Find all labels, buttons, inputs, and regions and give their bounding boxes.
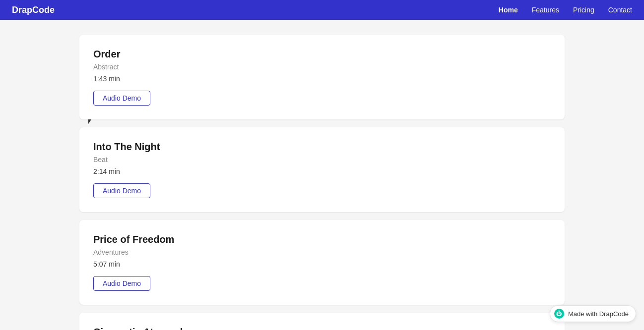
card-genre-order: Abstract: [93, 63, 551, 71]
navbar: DrapCode Home Features Pricing Contact: [0, 0, 644, 20]
nav-item-features[interactable]: Features: [532, 5, 559, 14]
nav-link-contact[interactable]: Contact: [608, 6, 632, 14]
card-genre-into-the-night: Beat: [93, 156, 551, 164]
card-order: Order Abstract 1:43 min Audio Demo: [79, 35, 565, 119]
made-with-badge[interactable]: ⏻ Made with DrapCode: [550, 305, 636, 322]
badge-label: Made with DrapCode: [568, 310, 629, 318]
nav-link-pricing[interactable]: Pricing: [573, 6, 594, 14]
card-title-price-of-freedom: Price of Freedom: [93, 234, 551, 245]
card-duration-order: 1:43 min: [93, 75, 551, 83]
card-title-into-the-night: Into The Night: [93, 141, 551, 153]
brand-logo: DrapCode: [12, 5, 499, 15]
nav-links: Home Features Pricing Contact: [499, 5, 632, 14]
audio-demo-button-price-of-freedom[interactable]: Audio Demo: [93, 276, 150, 291]
card-price-of-freedom: Price of Freedom Adventures 5:07 min Aud…: [79, 220, 565, 305]
audio-demo-button-order[interactable]: Audio Demo: [93, 91, 150, 106]
card-cinematic-atmosphere: Cinematic Atmosphere: [79, 313, 565, 330]
card-title-order: Order: [93, 49, 551, 60]
nav-item-home[interactable]: Home: [499, 5, 518, 14]
card-genre-price-of-freedom: Adventures: [93, 248, 551, 256]
audio-demo-button-into-the-night[interactable]: Audio Demo: [93, 183, 150, 198]
card-title-cinematic-atmosphere: Cinematic Atmosphere: [93, 327, 551, 330]
nav-link-features[interactable]: Features: [532, 6, 559, 14]
main-content: Order Abstract 1:43 min Audio Demo Into …: [0, 20, 644, 330]
badge-icon: ⏻: [554, 309, 564, 319]
nav-item-pricing[interactable]: Pricing: [573, 5, 594, 14]
nav-item-contact[interactable]: Contact: [608, 5, 632, 14]
card-into-the-night: Into The Night Beat 2:14 min Audio Demo: [79, 127, 565, 212]
card-duration-price-of-freedom: 5:07 min: [93, 260, 551, 268]
card-duration-into-the-night: 2:14 min: [93, 167, 551, 175]
nav-link-home[interactable]: Home: [499, 6, 518, 14]
